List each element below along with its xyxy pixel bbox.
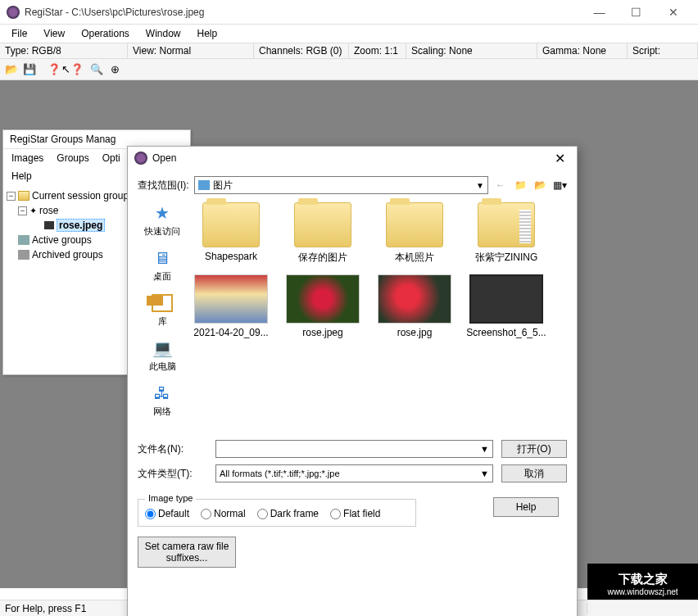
watermark-url: www.windowszj.net — [607, 587, 678, 596]
dropdown-arrow-icon: ▼ — [476, 181, 484, 190]
help-icon[interactable]: ❓ — [46, 61, 62, 78]
folder-item[interactable]: 张紫宁ZINING — [465, 202, 547, 265]
place-desktop[interactable]: 🖥 桌面 — [150, 247, 174, 283]
image-icon — [44, 221, 54, 229]
type-value: RGB/8 — [32, 45, 61, 57]
file-item[interactable]: rose.jpg — [374, 274, 456, 338]
radio-flat-field[interactable]: Flat field — [330, 508, 380, 519]
tree-label-selected: rose.jpeg — [57, 219, 105, 232]
groups-menu-groups[interactable]: Groups — [52, 151, 93, 165]
menu-operations[interactable]: Operations — [73, 26, 138, 41]
view-label: View: — [133, 45, 156, 57]
minimize-button[interactable]: — — [581, 0, 618, 25]
tree-label: Active groups — [32, 234, 92, 246]
open-file-icon[interactable]: 📂 — [3, 61, 20, 78]
scaling-label: Scaling: — [411, 45, 446, 57]
pointer-help-icon[interactable]: ↖❓ — [64, 61, 80, 78]
file-item[interactable]: 2021-04-20_09... — [190, 274, 272, 338]
help-button[interactable]: Help — [493, 497, 559, 517]
radio-label: Dark frame — [270, 508, 319, 519]
file-label: rose.jpg — [397, 327, 433, 338]
type-label: Type: — [5, 45, 29, 57]
toolbar: 📂 💾 ❓ ↖❓ 🔍 ⊕ — [0, 59, 698, 80]
up-folder-icon[interactable]: 📁 — [513, 178, 528, 192]
place-thispc[interactable]: 💻 此电脑 — [149, 337, 176, 373]
radio-dark-frame[interactable]: Dark frame — [257, 508, 319, 519]
back-icon[interactable]: ← — [493, 178, 508, 192]
place-label: 网络 — [153, 405, 171, 418]
desktop-icon: 🖥 — [150, 247, 174, 269]
computer-icon: 💻 — [150, 337, 174, 359]
radio-default[interactable]: Default — [145, 508, 189, 519]
lookin-value: 图片 — [213, 179, 233, 192]
image-type-group: Image type Default Normal Dark frame Fla… — [138, 499, 416, 527]
dialog-close-button[interactable]: ✕ — [550, 151, 570, 166]
collapse-icon[interactable]: − — [7, 192, 16, 201]
folder-item[interactable]: 本机照片 — [374, 202, 456, 265]
new-folder-icon[interactable]: 📂 — [533, 178, 547, 192]
dialog-titlebar: Open ✕ — [128, 147, 577, 170]
watermark: 下载之家 www.windowszj.net — [587, 564, 698, 605]
save-icon[interactable]: 💾 — [21, 61, 38, 78]
channels-label: Channels: — [259, 45, 303, 57]
zoom-in-icon[interactable]: 🔍 — [88, 61, 105, 78]
radio-label: Normal — [214, 508, 246, 519]
folder-item[interactable]: 保存的图片 — [282, 202, 364, 265]
radio-label: Flat field — [343, 508, 380, 519]
scaling-value: None — [449, 45, 473, 57]
file-item[interactable]: rose.jpeg — [282, 274, 364, 338]
filename-input[interactable]: ▼ — [215, 440, 493, 458]
groups-menu-help[interactable]: Help — [7, 169, 37, 183]
dialog-title: Open — [152, 152, 550, 164]
image-thumbnail — [469, 274, 543, 324]
groups-menu-images[interactable]: Images — [7, 151, 48, 165]
workspace: RegiStar Groups Manag Images Groups Opti… — [0, 80, 698, 588]
radio-normal[interactable]: Normal — [201, 508, 246, 519]
folder-icon — [386, 202, 443, 247]
place-label: 库 — [158, 315, 167, 328]
folder-icon — [202, 202, 260, 247]
image-thumbnail — [286, 274, 360, 324]
dropdown-arrow-icon[interactable]: ▼ — [480, 469, 489, 478]
script-label: Script: — [632, 45, 660, 57]
groups-menu-options[interactable]: Opti — [97, 151, 125, 165]
tree-label: Archived groups — [32, 249, 103, 260]
file-label: rose.jpeg — [302, 327, 342, 338]
maximize-button[interactable]: ☐ — [618, 0, 655, 25]
file-list[interactable]: Shapespark 保存的图片 本机照片 张紫宁ZINING 2021-04-… — [187, 199, 567, 428]
close-button[interactable]: ✕ — [655, 0, 691, 25]
menu-file[interactable]: File — [3, 26, 35, 41]
filetype-combo[interactable]: All formats (*.tif;*.tiff;*.jpg;*.jpe▼ — [215, 464, 493, 482]
folder-icon — [478, 202, 535, 247]
folder-item[interactable]: Shapespark — [190, 202, 272, 265]
lookin-combo[interactable]: 图片 ▼ — [194, 176, 488, 194]
disk-icon — [18, 235, 29, 245]
file-item[interactable]: Screenshot_6_5... — [465, 274, 547, 338]
cancel-button[interactable]: 取消 — [501, 464, 567, 482]
open-button[interactable]: 打开(O) — [501, 440, 567, 458]
folder-label: 张紫宁ZINING — [475, 251, 538, 263]
place-label: 此电脑 — [149, 360, 176, 373]
view-value: Normal — [159, 45, 191, 57]
zoom-tool-icon[interactable]: ⊕ — [107, 61, 123, 78]
statusbar-help: For Help, press F1 — [5, 603, 86, 614]
filetype-value: All formats (*.tif;*.tiff;*.jpg;*.jpe — [220, 469, 340, 478]
menu-window[interactable]: Window — [138, 26, 189, 41]
info-bar: Type: RGB/8 View: Normal Channels: RGB (… — [0, 43, 698, 59]
view-menu-icon[interactable]: ▦▾ — [552, 178, 567, 192]
menu-view[interactable]: View — [35, 26, 73, 41]
gamma-label: Gamma: — [542, 45, 580, 57]
set-raw-suffixes-button[interactable]: Set camera raw file suffixes... — [138, 537, 236, 568]
place-libraries[interactable]: 库 — [150, 292, 174, 328]
folder-label: Shapespark — [205, 251, 257, 262]
dropdown-arrow-icon[interactable]: ▼ — [480, 444, 489, 454]
window-title: RegiStar - C:\Users\pc\Pictures\rose.jpe… — [25, 7, 581, 18]
image-type-legend: Image type — [145, 493, 196, 503]
place-quick-access[interactable]: ★ 快速访问 — [144, 202, 180, 238]
menu-help[interactable]: Help — [189, 26, 226, 41]
star-icon: ★ — [150, 202, 174, 224]
zoom-value: 1:1 — [384, 45, 398, 57]
collapse-icon[interactable]: − — [18, 206, 27, 215]
star-icon: ✦ — [29, 206, 37, 216]
place-network[interactable]: 🖧 网络 — [150, 383, 174, 418]
